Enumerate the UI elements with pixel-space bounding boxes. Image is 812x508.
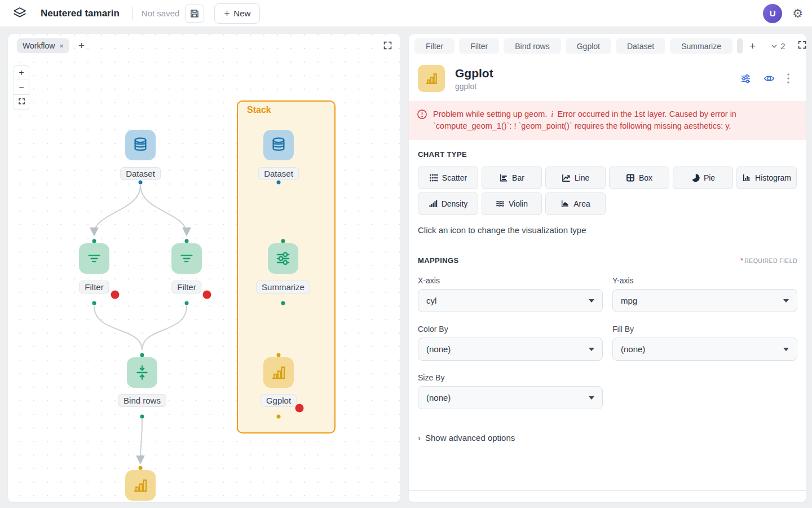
panel-title: Ggplot [455, 67, 493, 80]
new-button[interactable]: + New [214, 3, 260, 24]
tab-summarize[interactable]: Summarize [670, 38, 732, 54]
port-dataset-2-out[interactable] [277, 181, 281, 185]
mapping-fields: X-axis cyl Y-axis mpg Color By (none) [418, 276, 797, 409]
x-axis-label: X-axis [418, 276, 603, 285]
node-label-summarize[interactable]: Summarize [256, 281, 310, 294]
workflow-tab-label: Workflow [23, 41, 55, 50]
port-ggplot-stack-in[interactable] [277, 353, 281, 357]
divider [132, 7, 133, 20]
port-filter-2-in[interactable] [185, 239, 189, 243]
y-axis-select[interactable]: mpg [612, 289, 797, 312]
show-advanced-options[interactable]: › Show advanced options [418, 433, 797, 443]
chart-type-bar[interactable]: Bar [482, 167, 542, 189]
node-bind-rows[interactable] [127, 357, 157, 388]
tab-ggplot-1[interactable]: Ggplot [566, 38, 611, 54]
plus-icon: + [224, 8, 230, 19]
size-by-select[interactable]: (none) [418, 386, 603, 409]
mappings-heading: MAPPINGS [418, 256, 459, 265]
node-label-dataset-2[interactable]: Dataset [258, 167, 299, 180]
port-filter-2-out[interactable] [185, 301, 189, 305]
node-label-filter-2[interactable]: Filter [171, 281, 201, 294]
chart-type-hint: Click an icon to change the visualizatio… [418, 225, 797, 235]
node-dataset-1[interactable] [125, 130, 156, 160]
fill-by-select[interactable]: (none) [612, 338, 797, 361]
tab-ggplot-active[interactable]: Ggpl [737, 38, 743, 54]
node-ggplot-main[interactable] [125, 470, 156, 501]
top-bar: Neutered tamarin Not saved + New U ⚙ [0, 0, 812, 27]
port-summarize-in[interactable] [281, 239, 285, 243]
error-dot-ggplot-stack [295, 404, 304, 413]
chart-type-violin[interactable]: Violin [482, 192, 542, 215]
port-ggplot-main-in[interactable] [139, 466, 143, 470]
save-status: Not saved [142, 8, 180, 18]
tab-filter-2[interactable]: Filter [459, 38, 499, 54]
tab-dataset[interactable]: Dataset [616, 38, 665, 54]
preview-eye-icon[interactable] [764, 73, 775, 84]
caret-down-icon [783, 299, 789, 303]
node-filter-1[interactable] [79, 243, 109, 274]
tab-overflow-menu[interactable]: 2 [770, 41, 785, 51]
app-logo-icon[interactable] [11, 5, 28, 22]
chart-type-label: Pie [704, 173, 715, 182]
chart-type-area[interactable]: Area [545, 192, 606, 215]
pie-chart-icon [691, 173, 700, 182]
bar-chart-icon [421, 68, 442, 89]
chart-type-density[interactable]: Density [418, 192, 478, 215]
alert-circle-icon [417, 109, 427, 120]
port-filter-1-out[interactable] [92, 301, 96, 305]
zoom-fit-button[interactable] [14, 95, 29, 110]
chart-type-box[interactable]: Box [609, 167, 669, 189]
save-button[interactable] [185, 5, 204, 23]
chart-type-line[interactable]: Line [545, 167, 606, 189]
node-ggplot-stack[interactable] [263, 357, 294, 388]
error-dot-filter-1 [111, 291, 120, 299]
chevron-down-icon [770, 42, 778, 50]
chart-type-pie[interactable]: Pie [673, 167, 733, 189]
port-bind-rows-in[interactable] [140, 353, 144, 357]
port-ggplot-stack-out[interactable] [277, 415, 281, 419]
add-panel-tab-button[interactable]: + [747, 40, 758, 52]
port-bind-rows-out[interactable] [140, 415, 144, 419]
panel-fullscreen-icon[interactable] [797, 40, 806, 52]
tab-overflow-count: 2 [780, 41, 785, 51]
close-icon[interactable]: × [59, 42, 64, 50]
node-label-dataset-1[interactable]: Dataset [120, 167, 161, 180]
node-filter-2[interactable] [171, 243, 202, 274]
color-by-value: (none) [426, 344, 451, 354]
settings-sliders-icon[interactable] [740, 73, 751, 84]
filter-icon [175, 247, 198, 270]
tab-filter-1[interactable]: Filter [414, 38, 454, 54]
kebab-menu-icon[interactable] [787, 73, 789, 84]
fill-by-value: (none) [621, 344, 645, 354]
new-button-label: New [233, 8, 250, 18]
node-label-ggplot-stack[interactable]: Ggplot [261, 394, 297, 407]
node-summarize[interactable] [268, 243, 298, 274]
chart-type-label: Histogram [755, 173, 791, 182]
gear-icon[interactable]: ⚙ [792, 7, 803, 19]
node-label-bind-rows[interactable]: Bind rows [118, 394, 166, 407]
workflow-canvas[interactable]: Stack Workflow × + + − Dataset [8, 34, 400, 502]
canvas-fullscreen-icon[interactable] [383, 41, 392, 52]
workflow-tab[interactable]: Workflow × [17, 38, 69, 53]
port-summarize-out[interactable] [281, 301, 285, 305]
chart-type-histogram[interactable]: Histogram [736, 167, 797, 189]
x-axis-select[interactable]: cyl [418, 289, 603, 312]
avatar[interactable]: U [763, 4, 782, 23]
zoom-out-button[interactable]: − [14, 80, 29, 95]
port-dataset-1-out[interactable] [139, 181, 143, 185]
zoom-in-button[interactable]: + [14, 65, 29, 80]
tab-bind-rows[interactable]: Bind rows [504, 38, 561, 54]
port-filter-1-in[interactable] [92, 239, 96, 243]
field-y-axis: Y-axis mpg [612, 276, 797, 312]
density-icon [429, 199, 438, 208]
node-dataset-2[interactable] [263, 130, 294, 160]
color-by-select[interactable]: (none) [418, 338, 603, 361]
bind-rows-icon [130, 361, 154, 384]
chevron-right-icon: › [418, 433, 421, 443]
node-label-filter-1[interactable]: Filter [79, 281, 109, 294]
add-canvas-tab-button[interactable]: + [75, 40, 88, 52]
caret-down-icon [589, 348, 594, 351]
color-by-label: Color By [418, 325, 603, 334]
chart-type-scatter[interactable]: Scatter [418, 167, 478, 189]
panel-footer [409, 490, 806, 502]
